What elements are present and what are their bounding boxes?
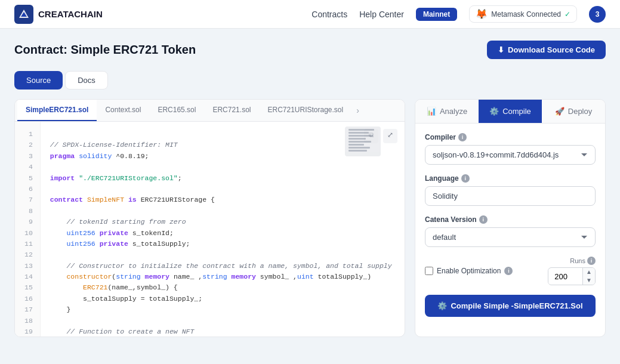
main-layout: SimpleERC721.sol Context.sol ERC165.sol … bbox=[14, 99, 606, 337]
user-avatar[interactable]: 3 bbox=[589, 6, 606, 23]
optimization-info-icon[interactable]: i bbox=[504, 267, 513, 275]
runs-arrow-down[interactable]: ▼ bbox=[583, 276, 595, 285]
catena-version-select[interactable]: default bbox=[425, 227, 596, 247]
compile-btn-label: Compile Simple -SimpleERC721.Sol bbox=[451, 301, 582, 310]
catena-version-group: Catena Version i default bbox=[425, 215, 596, 247]
file-tab-context[interactable]: Context.sol bbox=[97, 100, 149, 121]
runs-input-wrap: ▲ ▼ bbox=[548, 267, 596, 285]
optimization-checkbox[interactable] bbox=[425, 267, 433, 275]
analyze-icon: 📊 bbox=[427, 107, 436, 116]
logo-text: CREATACHAIN bbox=[38, 9, 103, 19]
language-label: Language i bbox=[425, 174, 596, 183]
expand-icon[interactable]: ⤢ bbox=[383, 129, 397, 143]
compile-label: Compile bbox=[502, 107, 531, 116]
metamask-badge[interactable]: 🦊 Metamask Connected ✓ bbox=[469, 5, 577, 23]
runs-label: Runs i bbox=[570, 257, 596, 265]
metamask-icon: 🦊 bbox=[476, 8, 488, 20]
nav-contracts[interactable]: Contracts bbox=[311, 10, 347, 19]
code-thumbnail bbox=[345, 127, 381, 156]
main-nav: Contracts bbox=[311, 10, 347, 19]
download-source-button[interactable]: ⬇ Download Source Code bbox=[487, 41, 606, 59]
metamask-label: Metamask Connected bbox=[491, 10, 561, 18]
compile-btn-icon: ⚙️ bbox=[437, 301, 447, 310]
tab-deploy[interactable]: 🚀 Deploy bbox=[542, 100, 605, 123]
file-tabs-chevron-right[interactable]: › bbox=[351, 100, 364, 121]
tab-source[interactable]: Source bbox=[14, 71, 63, 90]
analyze-label: Analyze bbox=[440, 107, 467, 116]
page-content: Contract: Simple ERC721 Token ⬇ Download… bbox=[0, 29, 620, 349]
language-info-icon[interactable]: i bbox=[461, 174, 470, 183]
download-btn-label: Download Source Code bbox=[508, 45, 595, 54]
page-title: Contract: Simple ERC721 Token bbox=[14, 43, 196, 57]
line-numbers: 12345 678910 11121314 1516171819 2021222… bbox=[15, 122, 41, 337]
language-input[interactable] bbox=[425, 186, 596, 206]
compile-icon: ⚙️ bbox=[489, 107, 499, 116]
download-icon: ⬇ bbox=[498, 45, 504, 54]
check-icon: ✓ bbox=[565, 10, 570, 18]
runs-info-icon[interactable]: i bbox=[587, 257, 596, 265]
right-panel-tabs: 📊 Analyze ⚙️ Compile 🚀 Deploy bbox=[415, 100, 605, 124]
compile-button[interactable]: ⚙️ Compile Simple -SimpleERC721.Sol bbox=[425, 295, 596, 317]
code-panel: SimpleERC721.sol Context.sol ERC165.sol … bbox=[14, 99, 405, 337]
compiler-select[interactable]: soljson-v0.8.19+commit.7dd6d404.js bbox=[425, 145, 596, 165]
deploy-label: Deploy bbox=[568, 107, 592, 116]
catena-info-icon[interactable]: i bbox=[479, 215, 488, 224]
compiler-form: Compiler i soljson-v0.8.19+commit.7dd6d4… bbox=[415, 124, 605, 326]
language-group: Language i bbox=[425, 174, 596, 206]
nav-help-center[interactable]: Help Center bbox=[359, 10, 404, 19]
main-tabs: Source Docs bbox=[14, 71, 606, 90]
right-panel: 📊 Analyze ⚙️ Compile 🚀 Deploy Compiler bbox=[415, 99, 606, 337]
compiler-group: Compiler i soljson-v0.8.19+commit.7dd6d4… bbox=[425, 133, 596, 165]
file-tab-erc721uristorage[interactable]: ERC721URIStorage.sol bbox=[259, 100, 351, 121]
runs-input[interactable] bbox=[548, 269, 582, 284]
logo-icon bbox=[14, 5, 33, 24]
runs-arrow-up[interactable]: ▲ bbox=[583, 268, 595, 276]
tab-analyze[interactable]: 📊 Analyze bbox=[415, 100, 479, 123]
header: CREATACHAIN Contracts Help Center Mainne… bbox=[0, 0, 620, 29]
file-tabs: SimpleERC721.sol Context.sol ERC165.sol … bbox=[15, 100, 405, 122]
file-tab-erc165[interactable]: ERC165.sol bbox=[149, 100, 204, 121]
logo[interactable]: CREATACHAIN bbox=[14, 5, 103, 24]
file-tab-erc721[interactable]: ERC721.sol bbox=[204, 100, 259, 121]
deploy-icon: 🚀 bbox=[555, 107, 565, 116]
runs-arrows: ▲ ▼ bbox=[582, 268, 595, 285]
tab-docs[interactable]: Docs bbox=[65, 71, 108, 90]
optimization-row: Enable Optimization i Runs i ▲ ▼ bbox=[425, 257, 596, 285]
optimization-label[interactable]: Enable Optimization i bbox=[425, 267, 513, 275]
catena-version-label: Catena Version i bbox=[425, 215, 596, 224]
page-header: Contract: Simple ERC721 Token ⬇ Download… bbox=[14, 41, 606, 59]
network-badge[interactable]: Mainnet bbox=[416, 8, 457, 21]
file-tab-simpleerc721[interactable]: SimpleERC721.sol bbox=[17, 100, 97, 121]
code-area: 12345 678910 11121314 1516171819 2021222… bbox=[15, 122, 405, 337]
compiler-info-icon[interactable]: i bbox=[458, 133, 467, 141]
runs-group: Runs i ▲ ▼ bbox=[548, 257, 596, 285]
compiler-label: Compiler i bbox=[425, 133, 596, 141]
tab-compile[interactable]: ⚙️ Compile bbox=[479, 100, 542, 123]
